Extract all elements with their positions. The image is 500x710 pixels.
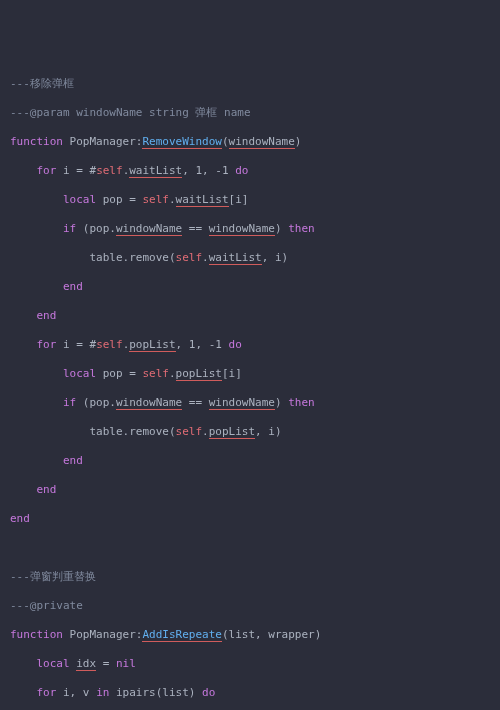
- code-line: if (pop.windowName == windowName) then: [10, 396, 500, 411]
- code-line: local idx = nil: [10, 657, 500, 672]
- code-line: for i = #self.popList, 1, -1 do: [10, 338, 500, 353]
- code-line: function PopManager:AddIsRepeate(list, w…: [10, 628, 500, 643]
- code-line: end: [10, 454, 500, 469]
- blank-line: [10, 541, 500, 556]
- code-line: table.remove(self.popList, i): [10, 425, 500, 440]
- code-line: end: [10, 512, 500, 527]
- code-line: for i = #self.waitList, 1, -1 do: [10, 164, 500, 179]
- code-line: function PopManager:RemoveWindow(windowN…: [10, 135, 500, 150]
- code-line: local pop = self.popList[i]: [10, 367, 500, 382]
- code-editor[interactable]: ---移除弹框 ---@param windowName string 弹框 n…: [10, 62, 500, 710]
- code-line: end: [10, 483, 500, 498]
- code-line: for i, v in ipairs(list) do: [10, 686, 500, 701]
- comment: ---移除弹框: [10, 77, 500, 92]
- code-line: table.remove(self.waitList, i): [10, 251, 500, 266]
- code-line: local pop = self.waitList[i]: [10, 193, 500, 208]
- comment: ---@private: [10, 599, 500, 614]
- comment: ---弹窗判重替换: [10, 570, 500, 585]
- comment: ---@param windowName string 弹框 name: [10, 106, 500, 121]
- code-line: end: [10, 280, 500, 295]
- code-line: if (pop.windowName == windowName) then: [10, 222, 500, 237]
- code-line: end: [10, 309, 500, 324]
